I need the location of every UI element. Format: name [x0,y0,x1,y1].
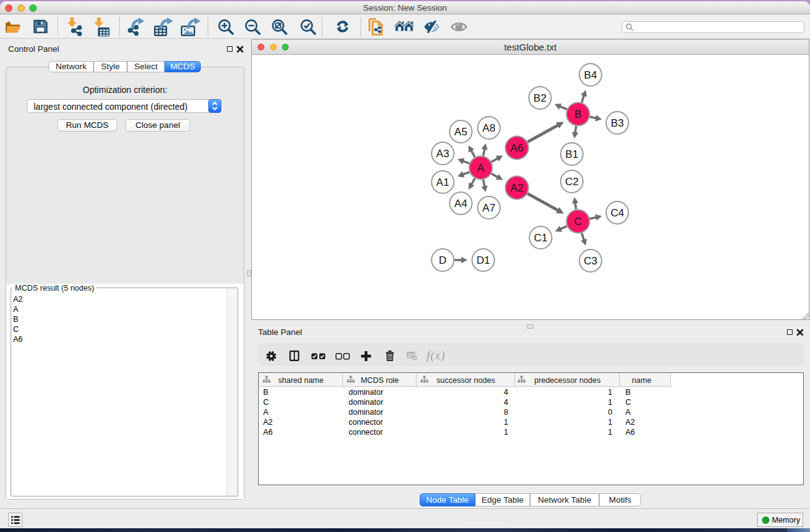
svg-text:C: C [574,216,582,228]
svg-text:A4: A4 [455,198,468,210]
svg-text:B: B [574,109,581,120]
svg-text:D1: D1 [476,254,490,266]
svg-text:C4: C4 [610,207,624,219]
svg-text:A8: A8 [483,122,496,134]
svg-text:B2: B2 [534,92,547,104]
svg-text:A3: A3 [436,148,450,160]
svg-text:C3: C3 [584,255,597,267]
svg-text:A7: A7 [483,202,496,214]
svg-text:A1: A1 [436,177,450,188]
svg-text:B4: B4 [584,69,597,81]
svg-text:B1: B1 [566,148,579,160]
svg-text:D: D [439,254,446,266]
svg-text:B3: B3 [611,117,624,129]
svg-text:A5: A5 [455,126,468,138]
svg-text:A: A [477,162,485,174]
svg-text:C1: C1 [534,232,547,244]
svg-text:A6: A6 [511,142,524,154]
svg-text:C2: C2 [565,176,579,188]
svg-text:A2: A2 [511,182,524,194]
